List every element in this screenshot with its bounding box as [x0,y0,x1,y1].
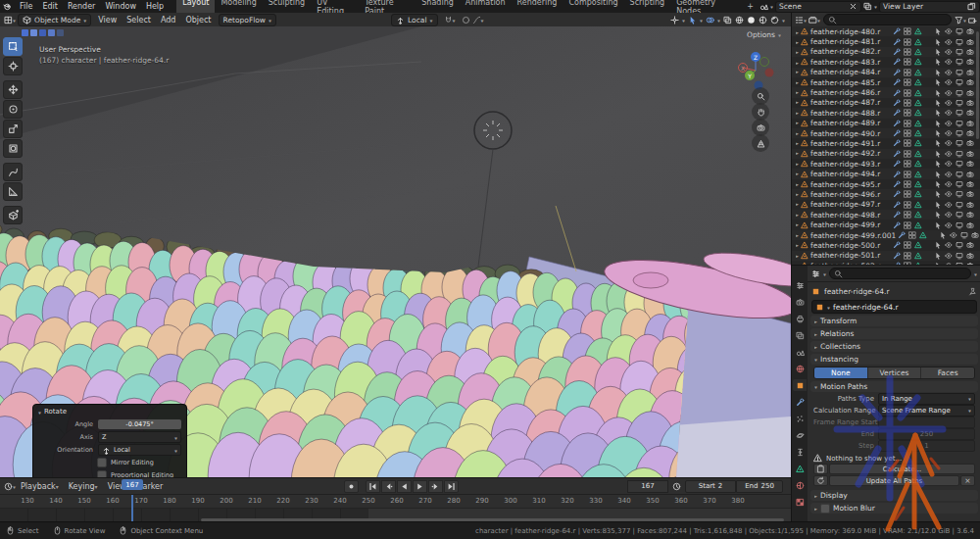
disable-render-icon[interactable] [966,180,974,188]
outliner-row[interactable]: ▸feather-ridge-481.r [792,36,980,46]
chevron-down-icon[interactable]: ▾ [453,17,456,23]
object-name[interactable]: feather-ridge-499.r.001 [810,231,896,240]
disable-viewport-icon[interactable] [956,211,963,219]
play-button[interactable] [413,480,427,493]
viewport-menu-object[interactable]: Object [180,16,216,24]
array-icon[interactable] [904,129,911,137]
modifier-wrench-icon[interactable] [893,38,901,46]
menu-render[interactable]: Render [63,2,100,11]
disable-render-icon[interactable] [966,58,974,66]
modifier-wrench-icon[interactable] [893,120,901,127]
array-icon[interactable] [904,69,911,76]
panel-display[interactable]: ▸Display [810,490,978,501]
disable-viewport-icon[interactable] [956,160,963,168]
object-name[interactable]: feather-ridge-497.r [810,200,880,209]
disable-viewport-icon[interactable] [956,221,963,229]
object-name[interactable]: feather-ridge-501.r [810,251,880,260]
hide-viewport-icon[interactable] [945,129,953,137]
new-collection-icon[interactable] [968,16,977,24]
hide-viewport-icon[interactable] [945,180,953,188]
modifier-wrench-icon[interactable] [893,89,901,97]
shading-rendered-icon[interactable] [770,16,779,24]
hide-viewport-icon[interactable] [945,171,953,178]
modifier-wrench-icon[interactable] [893,211,901,219]
mesh-data-icon[interactable] [914,69,922,76]
array-icon[interactable] [904,190,911,198]
object-name[interactable]: feather-ridge-491.r [810,139,880,148]
hide-viewport-icon[interactable] [945,221,953,229]
calculate-icon-button[interactable] [813,464,828,474]
retopoflow-icon[interactable] [39,29,46,36]
object-name[interactable]: feather-ridge-499.r [810,220,880,229]
modifier-wrench-icon[interactable] [893,58,901,66]
properties-tab-particles[interactable] [793,413,807,424]
hide-viewport-icon[interactable] [945,252,953,260]
hide-viewport-icon[interactable] [945,38,953,46]
array-icon[interactable] [904,78,911,86]
mesh-data-icon[interactable] [914,139,922,147]
disable-viewport-icon[interactable] [956,48,963,56]
menu-window[interactable]: Window [100,2,141,11]
disable-viewport-icon[interactable] [956,120,963,127]
properties-search-input[interactable] [829,268,971,279]
array-icon[interactable] [904,201,911,209]
disable-viewport-icon[interactable] [956,69,963,76]
disable-viewport-icon[interactable] [956,180,963,188]
auto-key-button[interactable] [344,480,359,493]
outliner-row[interactable]: ▸feather-ridge-483.r [792,57,980,67]
array-icon[interactable] [908,231,916,239]
mesh-data-icon[interactable] [914,48,922,56]
motion-blur-checkbox[interactable] [820,504,830,514]
outliner-editor-icon[interactable] [795,16,804,24]
object-name[interactable]: feather-ridge-482.r [810,47,880,56]
disable-render-icon[interactable] [966,190,974,198]
disable-viewport-icon[interactable] [956,38,963,46]
selectable-icon[interactable] [934,241,942,249]
instancing-option-vertices[interactable]: Vertices [868,368,922,378]
viewport-options-dropdown[interactable]: Options▾ [747,30,781,39]
properties-tab-render[interactable] [793,296,807,308]
mirror-editing-checkbox[interactable] [97,458,107,467]
outliner-row[interactable]: ▸feather-ridge-485.r [792,77,980,87]
jump-to-end-button[interactable] [444,480,459,493]
editor-type-icon[interactable] [4,16,13,24]
modifier-wrench-icon[interactable] [893,27,901,35]
mode-selector[interactable]: Object Mode▾ [18,14,91,26]
panel-transform[interactable]: ▸Transform [810,316,978,326]
disable-viewport-icon[interactable] [956,171,963,178]
array-icon[interactable] [904,109,911,117]
array-icon[interactable] [904,89,911,97]
outliner-row[interactable]: ▸feather-ridge-494.r [792,169,980,178]
hide-viewport-icon[interactable] [945,109,953,117]
disable-render-icon[interactable] [971,231,979,239]
disable-viewport-icon[interactable] [956,58,963,66]
unlink-icon[interactable] [849,2,858,11]
frame-start-field[interactable]: Start2 [685,480,736,493]
tool-cursor-button[interactable] [3,57,23,75]
expand-icon[interactable]: ▸ [796,192,799,198]
hide-viewport-icon[interactable] [945,190,953,198]
copy-icon[interactable] [967,2,976,11]
disable-viewport-icon[interactable] [956,129,963,137]
disable-render-icon[interactable] [966,252,974,260]
xray-toggle-icon[interactable] [723,16,732,24]
disable-render-icon[interactable] [966,129,974,137]
chevron-down-icon[interactable]: ▾ [804,17,807,23]
hide-viewport-icon[interactable] [945,27,953,35]
selectable-icon[interactable] [934,69,942,76]
outliner-row[interactable]: ▸feather-ridge-501.r [792,251,980,261]
outliner-row[interactable]: ▸feather-ridge-490.r [792,128,980,138]
chevron-down-icon[interactable]: ▾ [13,483,16,489]
modifier-wrench-icon[interactable] [893,190,901,198]
object-name[interactable]: feather-ridge-493.r [810,160,880,169]
expand-icon[interactable]: ▸ [796,181,799,187]
modifier-wrench-icon[interactable] [893,139,901,147]
properties-tab-view-layer[interactable] [793,329,807,341]
disable-render-icon[interactable] [966,171,974,178]
blender-logo-icon[interactable] [3,2,12,11]
viewport-3d[interactable]: User Perspective (167) character | feath… [0,26,791,477]
filter-funnel-icon[interactable] [955,16,963,24]
array-icon[interactable] [904,211,911,219]
modifier-wrench-icon[interactable] [898,231,906,239]
hide-viewport-icon[interactable] [945,139,953,147]
